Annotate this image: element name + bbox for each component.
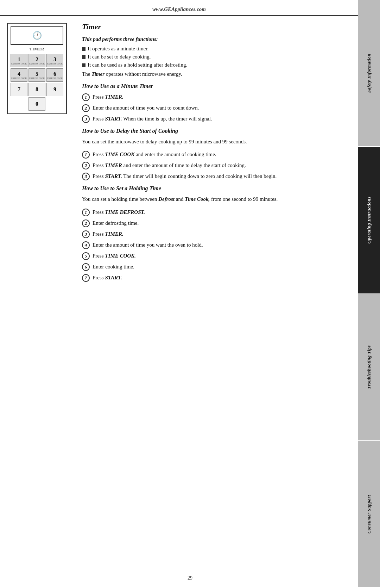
bullet-3-text: It can be used as a hold setting after d… — [88, 62, 187, 68]
step-circle-1-2: 2 — [82, 104, 90, 112]
key-7[interactable]: 7 — [11, 83, 27, 96]
bullet-3: It can be used as a hold setting after d… — [82, 62, 352, 68]
step-circle-3-6: 6 — [82, 263, 90, 271]
step-1-3: 3 Press START. When the time is up, the … — [82, 115, 352, 123]
right-sidebar: Safety Information Operating Instruction… — [358, 0, 380, 588]
left-keypad-panel: 🕐 TIMER 1 EXPRESS COOK 2 EXPRESS COOK 3 … — [7, 19, 76, 577]
step-3-5: 5 Press TIME COOK. — [82, 252, 352, 260]
section2-heading: How to Use to Delay the Start of Cooking — [82, 128, 352, 134]
step-circle-3-7: 7 — [82, 274, 90, 282]
website-url: www.GEAppliances.com — [0, 6, 358, 16]
section3-intro: You can set a holding time between Defro… — [82, 195, 352, 203]
step-1-1: 1 Press TIMER. — [82, 93, 352, 101]
step-text-2-3: Press START. The timer will begin counti… — [93, 172, 352, 180]
step-2-1: 1 Press TIME COOK and enter the amount o… — [82, 150, 352, 159]
sidebar-troubleshooting-label: Troubleshooting Tips — [366, 345, 372, 389]
clock-icon: 🕐 — [32, 31, 42, 40]
keypad-container: 🕐 TIMER 1 EXPRESS COOK 2 EXPRESS COOK 3 … — [7, 23, 67, 114]
bullet-2-text: It can be set to delay cooking. — [88, 54, 151, 60]
step-text-3-2: Enter defrosting time. — [93, 219, 352, 227]
bullet-1-text: It operates as a minute timer. — [88, 46, 148, 52]
step-text-1-2: Enter the amount of time you want to cou… — [93, 104, 352, 112]
key-1[interactable]: 1 EXPRESS COOK — [11, 54, 27, 67]
page-number: 29 — [188, 575, 192, 581]
key-9[interactable]: 9 — [46, 83, 63, 96]
step-2-3: 3 Press START. The timer will begin coun… — [82, 172, 352, 180]
sidebar-consumer-label: Consumer Support — [366, 495, 372, 534]
timer-note: The Timer operates without microwave ene… — [82, 70, 352, 78]
keypad-grid: 1 EXPRESS COOK 2 EXPRESS COOK 3 EXPRESS … — [11, 54, 63, 96]
page-title: Timer — [82, 22, 352, 31]
bullet-1: It operates as a minute timer. — [82, 46, 352, 52]
step-text-3-4: Enter the amount of time you want the ov… — [93, 241, 352, 249]
step-circle-2-1: 1 — [82, 151, 90, 159]
step-text-2-1: Press TIME COOK and enter the amount of … — [93, 150, 352, 159]
timer-keypad-label: TIMER — [11, 47, 63, 51]
bullet-square-3 — [82, 63, 86, 67]
step-text-3-3: Press TIMER. — [93, 230, 352, 238]
step-circle-2-2: 2 — [82, 162, 90, 169]
key-3[interactable]: 3 EXPRESS COOK — [46, 54, 63, 67]
key-8[interactable]: 8 — [28, 83, 45, 96]
step-text-2-2: Press TIMER and enter the amount of time… — [93, 161, 352, 169]
step-circle-3-1: 1 — [82, 209, 90, 216]
key-2[interactable]: 2 EXPRESS COOK — [28, 54, 45, 67]
key-0[interactable]: 0 — [28, 97, 45, 111]
step-circle-3-4: 4 — [82, 241, 90, 249]
step-text-1-3: Press START. When the time is up, the ti… — [93, 115, 352, 123]
key-6[interactable]: 6 EXPRESS COOK — [46, 68, 63, 82]
step-circle-1-3: 3 — [82, 115, 90, 123]
step-3-7: 7 Press START. — [82, 274, 352, 282]
sidebar-consumer: Consumer Support — [358, 441, 380, 588]
sidebar-operating: Operating Instructions — [358, 147, 380, 294]
section2-intro: You can set the microwave to delay cooki… — [82, 138, 352, 146]
bullet-square-2 — [82, 55, 86, 59]
key-4[interactable]: 4 EXPRESS COOK — [11, 68, 27, 82]
bullet-2: It can be set to delay cooking. — [82, 54, 352, 60]
main-content: 🕐 TIMER 1 EXPRESS COOK 2 EXPRESS COOK 3 … — [7, 19, 352, 577]
step-text-3-6: Enter cooking time. — [93, 263, 352, 271]
step-circle-2-3: 3 — [82, 173, 90, 180]
step-3-4: 4 Enter the amount of time you want the … — [82, 241, 352, 249]
step-text-3-1: Press TIME DEFROST. — [93, 208, 352, 216]
keypad-display: 🕐 — [11, 26, 63, 45]
sidebar-troubleshooting: Troubleshooting Tips — [358, 294, 380, 441]
step-text-1-1: Press TIMER. — [93, 93, 352, 101]
step-3-1: 1 Press TIME DEFROST. — [82, 208, 352, 216]
step-1-2: 2 Enter the amount of time you want to c… — [82, 104, 352, 112]
text-panel: Timer This pad performs three functions:… — [82, 19, 352, 577]
bullet-square-1 — [82, 47, 86, 51]
section3-heading: How to Use to Set a Holding Time — [82, 185, 352, 192]
section1-heading: How to Use as a Minute Timer — [82, 83, 352, 89]
step-text-3-5: Press TIME COOK. — [93, 252, 352, 260]
step-circle-3-5: 5 — [82, 252, 90, 260]
sidebar-safety: Safety Information — [358, 0, 380, 147]
sidebar-operating-label: Operating Instructions — [366, 197, 372, 243]
step-2-2: 2 Press TIMER and enter the amount of ti… — [82, 161, 352, 169]
step-circle-1-1: 1 — [82, 93, 90, 101]
step-3-3: 3 Press TIMER. — [82, 230, 352, 238]
step-circle-3-2: 2 — [82, 219, 90, 227]
step-3-2: 2 Enter defrosting time. — [82, 219, 352, 227]
step-3-6: 6 Enter cooking time. — [82, 263, 352, 271]
step-circle-3-3: 3 — [82, 230, 90, 238]
sidebar-safety-label: Safety Information — [366, 54, 372, 93]
key-5[interactable]: 5 EXPRESS COOK — [28, 68, 45, 82]
three-functions-subtitle: This pad performs three functions: — [82, 36, 352, 42]
step-text-3-7: Press START. — [93, 274, 352, 282]
